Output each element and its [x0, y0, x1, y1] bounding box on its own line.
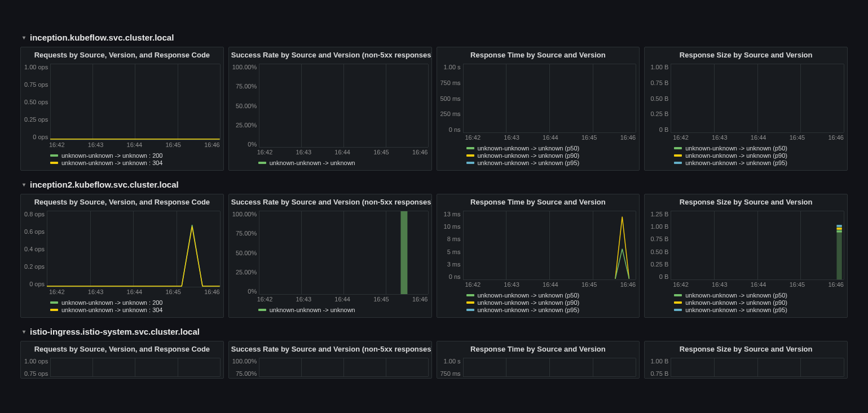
legend: unknown-unknown -> unknown : 200unknown-… [21, 149, 223, 170]
panel-row: Requests by Source, Version, and Respons… [0, 341, 868, 383]
x-axis: 16:4216:4316:4416:4516:46 [24, 287, 220, 295]
chart-body: 100.00%75.00% [229, 357, 431, 378]
legend-swatch [466, 309, 474, 311]
x-axis: 16:4216:4316:4416:4516:46 [24, 140, 220, 148]
chart-body: 100.00%75.00%50.00%25.00%0%16:4216:4316:… [229, 63, 431, 157]
x-axis: 16:4216:4316:4416:4516:46 [648, 280, 844, 288]
legend-label: unknown-unknown -> unknown (p95) [478, 159, 580, 166]
chart-body: 1.00 s750 ms500 ms250 ms0 ns16:4216:4316… [437, 63, 640, 142]
legend-item[interactable]: unknown-unknown -> unknown (p90) [648, 299, 844, 306]
legend-swatch [674, 154, 682, 157]
chart-body: 1.00 ops0.75 ops0.50 ops0.25 ops0 ops16:… [21, 63, 223, 149]
row-title: istio-ingress.istio-system.svc.cluster.l… [30, 327, 200, 336]
legend-swatch [674, 294, 682, 296]
panel-row: Requests by Source, Version, and Respons… [0, 194, 868, 322]
chart-body: 1.00 ops0.75 ops [21, 357, 223, 378]
x-axis: 16:4216:4316:4416:4516:46 [232, 295, 428, 303]
chart-grid [50, 358, 220, 377]
panel-title: Success Rate by Source and Version (non-… [229, 194, 431, 210]
legend-label: unknown-unknown -> unknown (p95) [478, 307, 580, 313]
legend-label: unknown-unknown -> unknown (p90) [685, 152, 787, 159]
legend-swatch [50, 154, 58, 157]
legend-item[interactable]: unknown-unknown -> unknown : 304 [24, 307, 220, 313]
chart-grid [259, 358, 428, 377]
panel-title: Requests by Source, Version, and Respons… [21, 194, 223, 210]
chart-panel[interactable]: Requests by Source, Version, and Respons… [20, 47, 224, 171]
legend-label: unknown-unknown -> unknown (p90) [478, 299, 580, 306]
panel-row: Requests by Source, Version, and Respons… [0, 47, 868, 175]
legend-item[interactable]: unknown-unknown -> unknown (p50) [648, 145, 844, 152]
chart-body: 100.00%75.00%50.00%25.00%0%16:4216:4316:… [229, 210, 431, 304]
legend-label: unknown-unknown -> unknown (p95) [685, 307, 787, 313]
legend-item[interactable]: unknown-unknown -> unknown [232, 307, 428, 313]
row-header[interactable]: ▾inception2.kubeflow.svc.cluster.local [0, 175, 868, 194]
chevron-down-icon: ▾ [23, 181, 25, 188]
legend-label: unknown-unknown -> unknown (p50) [685, 145, 787, 152]
legend-item[interactable]: unknown-unknown -> unknown (p95) [648, 307, 844, 313]
svg-rect-0 [401, 211, 408, 294]
chart-panel[interactable]: Response Time by Source and Version13 ms… [437, 194, 640, 318]
legend-item[interactable]: unknown-unknown -> unknown (p50) [440, 145, 636, 152]
legend-item[interactable]: unknown-unknown -> unknown (p95) [648, 159, 844, 166]
y-axis: 100.00%75.00%50.00%25.00%0% [232, 211, 259, 295]
svg-rect-3 [837, 230, 842, 233]
legend-label: unknown-unknown -> unknown [270, 159, 355, 166]
chart-panel[interactable]: Response Time by Source and Version1.00 … [437, 47, 640, 171]
legend-swatch [466, 154, 474, 157]
y-axis: 13 ms10 ms8 ms5 ms3 ms0 ns [440, 211, 463, 280]
legend-label: unknown-unknown -> unknown (p50) [685, 292, 787, 299]
legend: unknown-unknown -> unknown [229, 157, 431, 170]
chart-body: 13 ms10 ms8 ms5 ms3 ms0 ns16:4216:4316:4… [437, 210, 640, 289]
chart-grid [671, 64, 844, 133]
chart-panel[interactable]: Requests by Source, Version, and Respons… [20, 341, 224, 379]
legend-label: unknown-unknown -> unknown : 200 [61, 299, 162, 306]
legend-item[interactable]: unknown-unknown -> unknown : 200 [24, 299, 220, 306]
legend-item[interactable]: unknown-unknown -> unknown (p90) [440, 152, 636, 159]
legend-item[interactable]: unknown-unknown -> unknown [232, 159, 428, 166]
chart-body: 1.00 B0.75 B [645, 357, 847, 378]
legend-label: unknown-unknown -> unknown (p90) [478, 152, 580, 159]
legend-item[interactable]: unknown-unknown -> unknown (p50) [648, 292, 844, 299]
legend-swatch [466, 294, 474, 296]
y-axis: 100.00%75.00% [232, 358, 259, 377]
panel-title: Response Size by Source and Version [645, 194, 847, 210]
legend-swatch [258, 309, 266, 311]
chart-panel[interactable]: Requests by Source, Version, and Respons… [20, 194, 224, 318]
chart-body: 1.00 s750 ms [437, 357, 640, 378]
y-axis: 1.25 B1.00 B0.75 B0.50 B0.25 B0 B [648, 211, 671, 280]
row-header[interactable]: ▾istio-ingress.istio-system.svc.cluster.… [0, 322, 868, 341]
chart-grid [50, 64, 220, 140]
legend-label: unknown-unknown -> unknown [270, 307, 355, 313]
chart-grid [259, 64, 428, 148]
chart-grid [259, 211, 428, 295]
legend-label: unknown-unknown -> unknown (p90) [685, 299, 787, 306]
chart-panel[interactable]: Success Rate by Source and Version (non-… [228, 194, 432, 318]
row-title: inception2.kubeflow.svc.cluster.local [30, 180, 179, 189]
y-axis: 1.00 s750 ms [440, 358, 463, 377]
chart-grid [463, 358, 636, 377]
chart-grid [463, 211, 636, 280]
legend-item[interactable]: unknown-unknown -> unknown : 200 [24, 152, 220, 159]
legend-item[interactable]: unknown-unknown -> unknown (p95) [440, 159, 636, 166]
y-axis: 1.00 B0.75 B [648, 358, 671, 377]
chart-panel[interactable]: Success Rate by Source and Version (non-… [228, 47, 432, 171]
chart-grid [671, 211, 844, 280]
y-axis: 1.00 ops0.75 ops0.50 ops0.25 ops0 ops [24, 64, 50, 140]
legend: unknown-unknown -> unknown [229, 304, 431, 317]
row-header[interactable]: ▾inception.kubeflow.svc.cluster.local [0, 28, 868, 47]
chart-panel[interactable]: Response Size by Source and Version1.00 … [644, 341, 848, 379]
y-axis: 0.8 ops0.6 ops0.4 ops0.2 ops0 ops [24, 211, 47, 287]
panel-title: Requests by Source, Version, and Respons… [21, 341, 223, 357]
legend-item[interactable]: unknown-unknown -> unknown : 304 [24, 159, 220, 166]
legend-item[interactable]: unknown-unknown -> unknown (p90) [648, 152, 844, 159]
panel-title: Requests by Source, Version, and Respons… [21, 47, 223, 63]
legend: unknown-unknown -> unknown (p50)unknown-… [437, 289, 640, 317]
legend-item[interactable]: unknown-unknown -> unknown (p90) [440, 299, 636, 306]
panel-title: Response Time by Source and Version [437, 341, 640, 357]
chart-panel[interactable]: Response Size by Source and Version1.00 … [644, 47, 848, 171]
chart-panel[interactable]: Response Time by Source and Version1.00 … [437, 341, 640, 379]
legend-item[interactable]: unknown-unknown -> unknown (p50) [440, 292, 636, 299]
chart-panel[interactable]: Success Rate by Source and Version (non-… [228, 341, 432, 379]
legend-item[interactable]: unknown-unknown -> unknown (p95) [440, 307, 636, 313]
chart-panel[interactable]: Response Size by Source and Version1.25 … [644, 194, 848, 318]
